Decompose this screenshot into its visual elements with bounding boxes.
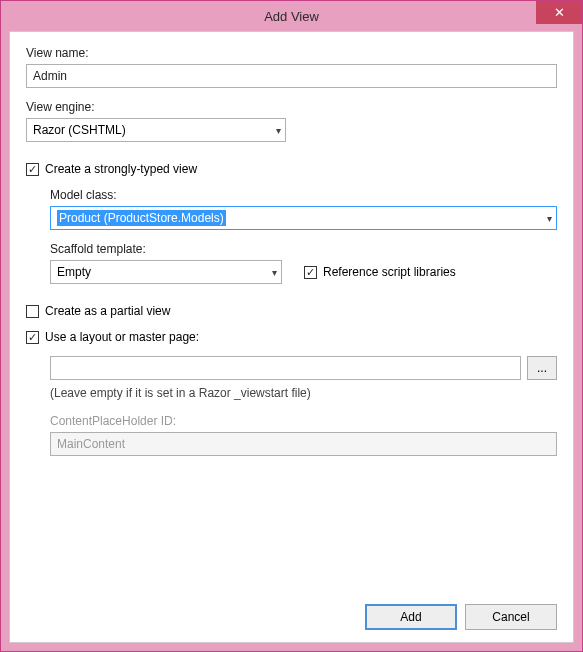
close-icon: ✕ [554, 5, 565, 20]
partial-checkbox[interactable] [26, 305, 39, 318]
strongly-typed-group: Model class: Product (ProductStore.Model… [50, 188, 557, 284]
scaffold-row: Scaffold template: Empty ▾ Reference scr… [50, 242, 557, 284]
cancel-button[interactable]: Cancel [465, 604, 557, 630]
model-class-value: Product (ProductStore.Models) [57, 210, 226, 226]
strongly-typed-label: Create a strongly-typed view [45, 162, 197, 176]
layout-path-row: ... [50, 356, 557, 380]
view-name-label: View name: [26, 46, 557, 60]
strongly-typed-row: Create a strongly-typed view [26, 162, 557, 176]
ref-script-checkbox[interactable] [304, 266, 317, 279]
chevron-down-icon: ▾ [547, 213, 552, 224]
cancel-button-label: Cancel [492, 610, 529, 624]
layout-label: Use a layout or master page: [45, 330, 199, 344]
view-engine-select[interactable]: Razor (CSHTML) ▾ [26, 118, 286, 142]
model-class-select[interactable]: Product (ProductStore.Models) ▾ [50, 206, 557, 230]
layout-group: ... (Leave empty if it is set in a Razor… [50, 356, 557, 456]
scaffold-label: Scaffold template: [50, 242, 557, 256]
model-class-row: Model class: Product (ProductStore.Model… [50, 188, 557, 230]
close-button[interactable]: ✕ [536, 1, 582, 24]
dialog-window: Add View ✕ View name: View engine: Razor… [0, 0, 583, 652]
view-name-input[interactable] [26, 64, 557, 88]
view-engine-row: View engine: Razor (CSHTML) ▾ [26, 100, 557, 142]
layout-checkbox[interactable] [26, 331, 39, 344]
partial-label: Create as a partial view [45, 304, 170, 318]
view-engine-label: View engine: [26, 100, 557, 114]
chevron-down-icon: ▾ [276, 125, 281, 136]
button-row: Add Cancel [365, 604, 557, 630]
add-button[interactable]: Add [365, 604, 457, 630]
partial-row: Create as a partial view [26, 304, 557, 318]
scaffold-value: Empty [57, 265, 91, 279]
browse-button[interactable]: ... [527, 356, 557, 380]
view-name-row: View name: [26, 46, 557, 88]
ellipsis-icon: ... [537, 361, 547, 375]
add-button-label: Add [400, 610, 421, 624]
ref-script-label: Reference script libraries [323, 265, 456, 279]
layout-hint: (Leave empty if it is set in a Razor _vi… [50, 386, 557, 400]
placeholder-label: ContentPlaceHolder ID: [50, 414, 557, 428]
chevron-down-icon: ▾ [272, 267, 277, 278]
view-engine-value: Razor (CSHTML) [33, 123, 126, 137]
scaffold-select[interactable]: Empty ▾ [50, 260, 282, 284]
layout-check-row: Use a layout or master page: [26, 330, 557, 344]
layout-path-input[interactable] [50, 356, 521, 380]
strongly-typed-checkbox[interactable] [26, 163, 39, 176]
titlebar: Add View ✕ [1, 1, 582, 31]
model-class-label: Model class: [50, 188, 557, 202]
dialog-content: View name: View engine: Razor (CSHTML) ▾… [9, 31, 574, 643]
placeholder-input [50, 432, 557, 456]
placeholder-row: ContentPlaceHolder ID: [50, 414, 557, 456]
dialog-title: Add View [264, 9, 319, 24]
